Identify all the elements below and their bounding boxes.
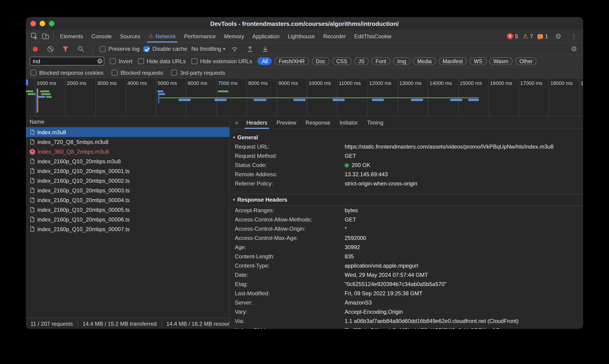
clear-network-log-button[interactable] (45, 43, 56, 54)
header-name: Content-Type: (235, 262, 345, 269)
column-header-name[interactable]: Name (26, 116, 229, 127)
header-value: bytes (345, 207, 358, 214)
filter-pill-ws[interactable]: WS (470, 57, 487, 65)
waterfall-bar (215, 99, 227, 101)
preserve-log-toggle[interactable]: Preserve log (100, 46, 140, 52)
network-settings-gear-icon[interactable]: ⚙ (568, 43, 580, 54)
header-name: Access-Control-Allow-Origin: (235, 226, 345, 232)
table-row[interactable]: × index_2160p_Q10_20mbps_00004.ts (26, 195, 229, 205)
third-party-requests-checkbox[interactable] (171, 70, 177, 76)
hide-data-urls-toggle[interactable]: Hide data URLs (138, 58, 186, 64)
network-overview-timeline[interactable]: 1000 ms2000 ms3000 ms4000 ms5000 ms6000 … (26, 78, 583, 116)
close-window-button[interactable] (30, 21, 36, 26)
table-row[interactable]: × index.m3u8 (26, 127, 229, 137)
tab-response[interactable]: Response (301, 116, 335, 129)
table-row[interactable]: × index_2160p_Q10_20mbps_00007.ts (26, 224, 229, 234)
table-row[interactable]: × index_720_Q8_5mbps.m3u8 (26, 137, 229, 147)
export-har-icon[interactable] (260, 43, 271, 54)
table-row[interactable]: × index_360_Q8_2mbps.m3u8 (26, 147, 229, 156)
filter-pill-all[interactable]: All (258, 57, 272, 65)
filter-input[interactable] (29, 57, 104, 65)
console-warnings-badge[interactable]: ⚠ 7 (523, 33, 533, 39)
invert-checkbox[interactable] (110, 58, 116, 64)
close-details-icon[interactable]: × (232, 119, 242, 126)
preserve-log-checkbox[interactable] (100, 46, 106, 52)
tab-console[interactable]: Console (87, 30, 116, 42)
table-row[interactable]: × index_2160p_Q10_20mbps_00005.ts (26, 205, 229, 215)
timeline-tick-label: 1000 ms (37, 80, 56, 86)
table-row[interactable]: × index_2160p_Q10_20mbps.m3u8 (26, 156, 229, 166)
general-section-header[interactable]: ▾ General (230, 133, 583, 142)
table-row[interactable]: × index_2160p_Q10_20mbps_00006.ts (26, 215, 229, 224)
zoom-window-button[interactable] (49, 21, 54, 26)
blocked-response-cookies-checkbox[interactable] (30, 70, 37, 76)
filter-pill-fetch-xhr[interactable]: Fetch/XHR (275, 57, 309, 65)
filter-pill-css[interactable]: CSS (332, 57, 351, 65)
header-row: Content-Type:application/vnd.apple.mpegu… (230, 261, 583, 270)
search-icon[interactable] (75, 43, 86, 54)
blocked-requests-toggle[interactable]: Blocked requests (112, 69, 163, 76)
import-har-icon[interactable] (245, 43, 256, 54)
timeline-tick-label: 5000 ms (157, 80, 177, 86)
console-errors-badge[interactable]: × 5 (507, 33, 518, 39)
blocked-requests-checkbox[interactable] (112, 70, 118, 76)
filter-pill-media[interactable]: Media (413, 57, 436, 65)
filter-pill-font[interactable]: Font (371, 57, 390, 65)
requests-count: 11 / 207 requests (26, 320, 78, 327)
network-conditions-icon[interactable] (229, 43, 240, 54)
header-row: Remote Address: 13.32.145.69:443 (230, 170, 583, 179)
table-row[interactable]: × index_2160p_Q10_20mbps_00001.ts (26, 166, 229, 176)
filter-pill-manifest[interactable]: Manifest (439, 57, 467, 65)
disable-cache-checkbox[interactable] (144, 46, 150, 52)
clear-filter-icon[interactable]: × (97, 59, 103, 64)
device-toolbar-icon[interactable] (40, 31, 51, 42)
blocked-requests-label: Blocked requests (121, 69, 163, 76)
issues-badge[interactable]: 1 (538, 33, 548, 39)
invert-toggle[interactable]: Invert (110, 58, 132, 64)
tab-headers[interactable]: Headers (242, 116, 272, 129)
hide-data-urls-checkbox[interactable] (138, 58, 144, 64)
filter-icon[interactable] (60, 43, 71, 54)
timeline-tick-label: 19000 ms (581, 80, 583, 86)
disable-cache-toggle[interactable]: Disable cache (144, 46, 187, 52)
tab-lighthouse[interactable]: Lighthouse (284, 30, 319, 42)
hide-extension-urls-toggle[interactable]: Hide extension URLs (191, 58, 252, 64)
filter-pill-wasm[interactable]: Wasm (489, 57, 512, 65)
tab-memory[interactable]: Memory (220, 30, 248, 42)
filter-pill-img[interactable]: Img (393, 57, 410, 65)
tab-elements[interactable]: Elements (56, 30, 87, 42)
throttling-dropdown[interactable]: No throttling ▾ (192, 46, 225, 52)
tab-initiator[interactable]: Initiator (335, 116, 363, 129)
response-headers-section-header[interactable]: ▾ Response Headers (230, 194, 583, 206)
chevron-down-icon: ▾ (233, 135, 235, 140)
third-party-requests-toggle[interactable]: 3rd-party requests (171, 69, 225, 76)
tab-recorder[interactable]: Recorder (319, 30, 350, 42)
warning-icon: ⚠ (523, 33, 528, 39)
overview-selection-grip[interactable] (26, 79, 28, 85)
table-row[interactable]: × index_2160p_Q10_20mbps_00003.ts (26, 185, 229, 195)
hide-extension-urls-checkbox[interactable] (191, 58, 197, 64)
header-name: Access-Control-Max-Age: (235, 235, 345, 241)
filter-pill-doc[interactable]: Doc (312, 57, 329, 65)
record-network-log-button[interactable] (29, 43, 41, 54)
general-section: ▾ General Request URL: https://static.fr… (230, 133, 583, 188)
tab-preview[interactable]: Preview (272, 116, 301, 129)
filter-pill-other[interactable]: Other (515, 57, 537, 65)
filter-pill-js[interactable]: JS (354, 57, 369, 65)
tab-performance[interactable]: Performance (180, 30, 220, 42)
settings-gear-icon[interactable]: ⚙ (553, 31, 564, 42)
tab-editthiscookie[interactable]: EditThisCookie (350, 30, 396, 42)
tab-timing[interactable]: Timing (363, 116, 388, 129)
minimize-window-button[interactable] (40, 21, 45, 26)
chevron-down-icon: ▾ (223, 47, 225, 51)
blocked-response-cookies-toggle[interactable]: Blocked response cookies (30, 69, 104, 76)
chevron-down-icon: ▾ (233, 197, 235, 202)
tab-network[interactable]: ⚠ Network (144, 30, 180, 42)
timeline-event-line (158, 91, 159, 103)
table-row[interactable]: × index_2160p_Q10_20mbps_00002.ts (26, 176, 229, 185)
more-options-icon[interactable]: ⋮ (568, 31, 580, 42)
tab-sources[interactable]: Sources (116, 30, 144, 42)
tab-application[interactable]: Application (248, 30, 284, 42)
timeline-gridline (488, 78, 489, 116)
inspect-element-icon[interactable] (29, 31, 40, 42)
